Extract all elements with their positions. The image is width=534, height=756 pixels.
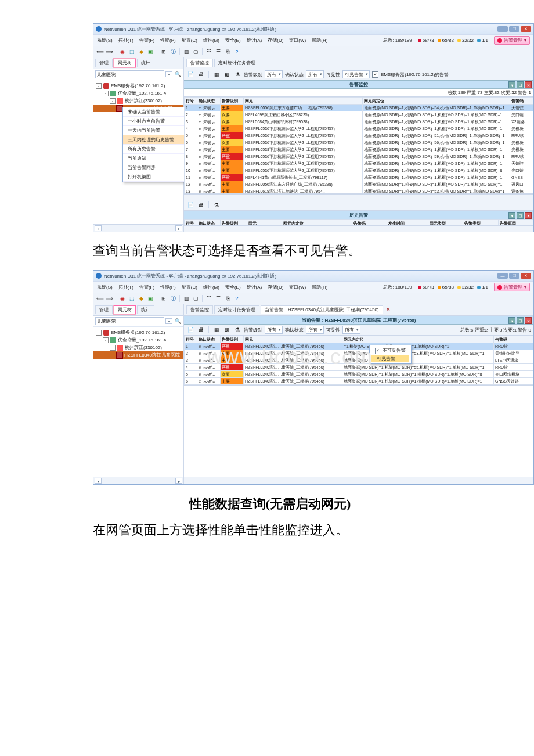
filter-level-dropdown[interactable]: 所有 xyxy=(265,70,283,78)
right-tab-alarm-monitor[interactable]: 告警监控 xyxy=(186,59,213,67)
menu-performance[interactable]: 性能(P) xyxy=(160,284,176,290)
toolbar-icon[interactable]: ⬚ xyxy=(128,294,136,303)
toolbar-icon[interactable]: ◉ xyxy=(118,48,127,56)
table-row[interactable]: 11⊕ 未确认严重HZFL4941萧山闻堰新街长山_工程期(798117)地面资… xyxy=(185,174,533,181)
column-header[interactable]: 告警原因 xyxy=(498,220,533,226)
popup-option-invisible[interactable]: 不可见告警 xyxy=(383,348,406,353)
scroll-right-icon[interactable]: ▸ xyxy=(175,478,182,484)
menu-storage[interactable]: 存储(U) xyxy=(268,284,283,290)
max-panel-icon[interactable]: ▾ xyxy=(508,81,515,88)
column-header[interactable]: 确认状态 xyxy=(197,220,221,226)
column-header[interactable]: 行号 xyxy=(185,336,197,343)
back-icon[interactable]: ⟸ xyxy=(96,294,104,303)
scroll-right-icon[interactable]: ▸ xyxy=(175,225,182,231)
filter-ack-dropdown[interactable]: 所有 xyxy=(306,70,324,78)
menu-help[interactable]: 帮助(H) xyxy=(312,37,327,44)
filter-ack-dropdown[interactable]: 所有 xyxy=(306,326,324,334)
alarm-table[interactable]: 行号确认状态告警级别网元网元内定位告警码1⊕ 未确认严重HZSFFL0340滨江… xyxy=(184,336,533,386)
menu-performance[interactable]: 性能(P) xyxy=(160,37,176,44)
max-panel-icon[interactable]: ▾ xyxy=(508,317,515,324)
menu-statistics[interactable]: 统计(A) xyxy=(247,37,262,44)
right-tab-current-alarm[interactable]: 当前告警：HZSFFL0340滨江儿童医院_工程期(795450) xyxy=(261,305,383,314)
close-panel-icon[interactable]: ✕ xyxy=(525,81,532,88)
table-row[interactable]: 2⊕ 未确认主要HZSFFL0340滨江儿童医院_工程期(795450)地面资源… xyxy=(185,350,533,357)
toolbar-icon[interactable]: ☷ xyxy=(205,48,213,56)
column-header[interactable]: 网元类型 xyxy=(428,220,463,226)
toolbar-icon[interactable]: ▥ xyxy=(182,48,190,56)
alarm-management-button[interactable]: 告警管理 ▾ xyxy=(494,36,530,45)
tree-item[interactable]: -杭州滨江(330102) xyxy=(93,344,183,351)
toolbar-icon[interactable]: ☷ xyxy=(205,294,213,303)
search-dropdown-icon[interactable]: ▾ xyxy=(165,318,172,324)
column-header[interactable]: 告警级别 xyxy=(221,336,244,343)
close-panel-icon[interactable]: ✕ xyxy=(525,212,532,219)
filter-source-checkbox[interactable]: ✓ xyxy=(372,71,378,78)
toolbar-icon[interactable]: ▣ xyxy=(146,48,154,56)
column-header[interactable]: 网元内定位 xyxy=(363,98,510,105)
filter-icon[interactable]: ⚗ xyxy=(233,326,241,334)
close-tab-icon[interactable]: ✕ xyxy=(384,305,392,314)
table-row[interactable]: 1⊕ 未确认严重HZSFFL0340滨江儿童医院_工程期(795450)=1,机… xyxy=(185,343,533,350)
table-row[interactable]: 6⊕ 未确认次要HZSFFL0536下沙杭州师范大学2_工程期(795457)地… xyxy=(185,139,533,146)
right-tab-task-mgmt[interactable]: 定时统计任务管理 xyxy=(214,305,259,314)
toolbar-icon[interactable]: ☰ xyxy=(214,294,222,303)
menu-config[interactable]: 配置(C) xyxy=(182,284,197,290)
grid-icon[interactable]: ▩ xyxy=(223,70,231,78)
export-icon[interactable]: 📄 xyxy=(186,326,194,334)
table-row[interactable]: 4⊕ 未确认主要HZSFFL0536下沙杭州师范大学2_工程期(795457)地… xyxy=(185,125,533,132)
menu-security[interactable]: 安全(E) xyxy=(225,284,241,290)
filter-vis-dropdown[interactable]: 所有 xyxy=(342,326,360,334)
ne-tree[interactable]: -EMS服务器(192.76.161.2)-优金増量_192.76.161.4-… xyxy=(93,327,183,477)
toolbar-icon[interactable]: Ⓘ xyxy=(169,294,177,303)
table-row[interactable]: 12⊕ 未确认主要HZSFFL0056滨江东方通信广场_工程期(795398)地… xyxy=(185,181,533,188)
export-icon[interactable]: 📄 xyxy=(186,201,194,209)
history-table[interactable]: 行号确认状态告警级别网元网元内定位告警码发生时间网元类型告警类型告警原因 xyxy=(184,219,533,226)
toolbar-icon[interactable]: ▢ xyxy=(192,294,200,303)
menu-maintain[interactable]: 维护(M) xyxy=(203,284,219,290)
close-panel-icon[interactable]: ✕ xyxy=(525,317,532,324)
restore-panel-icon[interactable]: ☐ xyxy=(517,212,524,219)
table-row[interactable]: 7⊕ 未确认主要HZSFFL0538下沙杭州师范大学2_工程期(795457)地… xyxy=(185,146,533,153)
tree-item[interactable]: HZSFFL0340滨江儿童医院 xyxy=(93,351,183,359)
table-row[interactable]: 8⊕ 未确认严重HZSFFL0536下沙杭州师范大学2_工程期(795457)地… xyxy=(185,153,533,160)
tree-item[interactable]: -EMS服务器(192.76.161.2) xyxy=(93,329,183,336)
toolbar-icon[interactable]: ◆ xyxy=(137,48,145,56)
toolbar-icon[interactable]: ⊞ xyxy=(160,48,168,56)
column-header[interactable]: 行号 xyxy=(185,220,197,226)
menu-topology[interactable]: 拓扑(T) xyxy=(118,284,134,290)
toolbar-icon[interactable]: ▢ xyxy=(192,48,200,56)
menu-statistics[interactable]: 统计(A) xyxy=(247,284,262,290)
table-row[interactable]: 5⊕ 未确认严重HZSFFL0536下沙杭州师范大学2_工程期(795457)地… xyxy=(185,132,533,139)
menu-maintain[interactable]: 维护(M) xyxy=(203,37,219,44)
table-row[interactable]: 1⊕ 未确认主要HZSFFL0056滨江东方通信广场_工程期(795398)地面… xyxy=(185,105,533,111)
column-header[interactable]: 网元内定位 xyxy=(282,220,352,226)
menu-security[interactable]: 安全(E) xyxy=(225,37,241,44)
help-icon[interactable]: ? xyxy=(233,294,241,303)
table-row[interactable]: 10⊕ 未确认主要HZSFFL0536下沙杭州师范大学2_工程期(795457)… xyxy=(185,167,533,174)
toolbar-icon[interactable]: ☰ xyxy=(214,48,222,56)
alarm-management-button[interactable]: 告警管理 ▾ xyxy=(494,283,530,291)
table-row[interactable]: 9⊕ 未确认主要HZSFFL0536下沙杭州师范大学2_工程期(795457)地… xyxy=(185,160,533,167)
menu-storage[interactable]: 存储(U) xyxy=(268,37,283,44)
table-row[interactable]: 6⊕ 未确认主要HZSFFL0340滨江儿童医院_工程期(795450)地面资源… xyxy=(185,378,533,385)
toolbar-icon[interactable]: ⊞ xyxy=(160,294,168,303)
sidebar-tab-stats[interactable]: 统计 xyxy=(137,305,154,314)
column-header[interactable]: 行号 xyxy=(185,98,197,105)
column-header[interactable]: 发生时间 xyxy=(387,220,428,226)
menu-system[interactable]: 系统(S) xyxy=(97,284,113,290)
column-header[interactable]: 网元 xyxy=(247,220,282,226)
menu-help[interactable]: 帮助(H) xyxy=(312,284,327,290)
column-header[interactable]: 网元 xyxy=(244,98,363,105)
table-row[interactable]: 3⊕ 未确认主要HZSFFL0340滨江儿童医院_工程期(795450)地面资源… xyxy=(185,357,533,364)
minimize-button[interactable]: — xyxy=(497,273,508,279)
sidebar-tab-ne-tree[interactable]: 网元树 xyxy=(114,59,136,67)
forward-icon[interactable]: ⟹ xyxy=(105,294,113,303)
grid-icon[interactable]: ▩ xyxy=(223,326,231,334)
toolbar-icon[interactable]: ◉ xyxy=(118,294,127,303)
print-icon[interactable]: 🖶 xyxy=(197,70,205,78)
sidebar-tab-ne-tree[interactable]: 网元树 xyxy=(114,305,136,314)
max-panel-icon[interactable]: ▾ xyxy=(508,212,515,219)
grid-icon[interactable]: ▦ xyxy=(212,326,221,334)
search-icon[interactable]: 🔍 xyxy=(174,70,182,78)
menu-alarm[interactable]: 告警(F) xyxy=(139,284,154,290)
